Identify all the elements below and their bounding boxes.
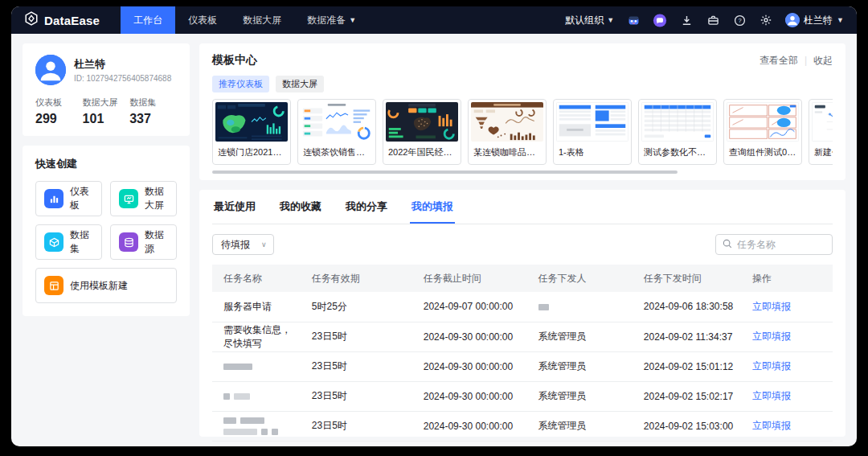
- dashboard-icon: [44, 189, 63, 208]
- settings-gear-icon[interactable]: [759, 13, 773, 27]
- template-card[interactable]: 某连锁咖啡品牌门店数...: [468, 99, 547, 165]
- col-actions: 操作: [746, 265, 833, 292]
- table-row: 23日5时 2024-09-30 00:00:00 系统管理员 2024-09-…: [212, 381, 833, 411]
- nav-item-dashboard[interactable]: 仪表板: [175, 6, 230, 34]
- search-icon: [723, 237, 732, 252]
- create-dashboard-button[interactable]: 仪表板: [35, 181, 102, 216]
- table-row: 23日5时 2024-09-30 00:00:00 系统管理员 2024-09-…: [212, 411, 833, 441]
- redacted-text: [212, 381, 305, 411]
- workspace-tabs: 最近使用 我的收藏 我的分享 我的填报: [212, 190, 833, 224]
- template-thumbnail: [554, 100, 631, 142]
- quick-create-card: 快速创建 仪表板 数据大屏: [23, 146, 190, 316]
- create-dataset-button[interactable]: 数据集: [35, 224, 102, 260]
- table-header-row: 任务名称 任务有效期 任务截止时间 任务下发人 任务下发时间 操作: [212, 265, 833, 292]
- col-validity: 任务有效期: [305, 265, 417, 292]
- template-thumbnail: [809, 100, 833, 142]
- template-thumbnail: [383, 100, 461, 142]
- divider: |: [805, 55, 807, 66]
- table-row: 需要收集信息，尽快填写 23日5时 2024-09-30 00:00:00 系统…: [212, 322, 833, 351]
- fill-now-link[interactable]: 立即填报: [752, 420, 791, 431]
- profile-avatar: [35, 55, 66, 85]
- template-card[interactable]: 连锁茶饮销售看板: [297, 99, 376, 165]
- fill-now-link[interactable]: 立即填报: [752, 301, 791, 312]
- content-area: 杜兰特 ID: 1027942756405874688 仪表板 299 数据大屏…: [11, 34, 857, 446]
- stat-datasets: 数据集 337: [129, 97, 177, 126]
- user-menu[interactable]: 杜兰特 ▼: [785, 13, 844, 27]
- svg-text:?: ?: [738, 17, 741, 24]
- status-filter-select[interactable]: 待填报 ∨: [212, 234, 274, 255]
- fill-now-link[interactable]: 立即填报: [752, 360, 791, 372]
- table-controls: 待填报 ∨: [212, 234, 833, 255]
- tab-recently-used[interactable]: 最近使用: [212, 190, 257, 224]
- table-row: 服务器申请 5时25分 2024-09-07 00:00:00 2024-09-…: [212, 292, 833, 322]
- template-card[interactable]: 1-表格: [553, 99, 632, 165]
- create-screen-button[interactable]: 数据大屏: [110, 181, 177, 216]
- template-center-card: 模板中心 查看全部 | 收起 推荐仪表板 数据大屏: [199, 43, 845, 180]
- pagination: 共 5 条 ‹ 1 › 10条/页 ∨ 跳转至 页: [212, 442, 833, 447]
- search-box[interactable]: [715, 234, 833, 255]
- chevron-down-icon: ▼: [607, 16, 614, 24]
- main-menu: 工作台 仪表板 数据大屏 数据准备▼: [121, 6, 369, 34]
- ai-assistant-icon[interactable]: [626, 13, 641, 27]
- template-card-list: 连锁门店2021年销售... 连锁茶饮销售看板 2022: [212, 99, 833, 165]
- sidebar: 杜兰特 ID: 1027942756405874688 仪表板 299 数据大屏…: [23, 43, 190, 437]
- stat-dashboards: 仪表板 299: [35, 97, 83, 126]
- nav-item-screen[interactable]: 数据大屏: [230, 6, 294, 34]
- screen-icon: [119, 189, 138, 208]
- brand-name: DataEase: [44, 14, 100, 27]
- chip-recommended-dashboards[interactable]: 推荐仪表板: [212, 76, 269, 92]
- col-task-name: 任务名称: [212, 265, 305, 292]
- template-card[interactable]: 新建仪表板: [809, 99, 833, 165]
- redacted-text: [212, 411, 305, 441]
- view-all-link[interactable]: 查看全部: [760, 54, 798, 68]
- profile-name: 杜兰特: [74, 57, 171, 72]
- org-selector[interactable]: 默认组织▼: [565, 14, 614, 27]
- collapse-link[interactable]: 收起: [813, 54, 833, 68]
- template-card[interactable]: 测试参数化不同源无法...: [638, 99, 717, 165]
- col-issue-time: 任务下发时间: [637, 265, 746, 292]
- create-from-template-button[interactable]: 使用模板新建: [35, 268, 177, 303]
- template-thumbnail: [298, 100, 375, 142]
- template-type-chips: 推荐仪表板 数据大屏: [212, 76, 833, 92]
- profile-stats: 仪表板 299 数据大屏 101 数据集 337: [35, 97, 177, 126]
- profile-id: ID: 1027942756405874688: [74, 74, 171, 83]
- create-datasource-button[interactable]: 数据源: [110, 224, 177, 260]
- scrollbar-thumb[interactable]: [212, 170, 678, 174]
- template-thumbnail: [469, 100, 546, 142]
- task-name: 需要收集信息，尽快填写: [212, 322, 305, 351]
- brand-logo[interactable]: DataEase: [11, 6, 121, 34]
- toolbox-icon[interactable]: [706, 13, 720, 27]
- app-window: DataEase 工作台 仪表板 数据大屏 数据准备▼ 默认组织▼ ?: [11, 6, 857, 446]
- main-column: 模板中心 查看全部 | 收起 推荐仪表板 数据大屏: [199, 43, 845, 437]
- stat-screens: 数据大屏 101: [83, 97, 130, 126]
- template-thumbnail: [213, 100, 290, 142]
- tab-my-favorites[interactable]: 我的收藏: [278, 190, 323, 224]
- tab-my-shares[interactable]: 我的分享: [344, 190, 389, 224]
- user-name: 杜兰特: [804, 14, 833, 27]
- search-input[interactable]: [737, 239, 825, 250]
- navbar-right: 默认组织▼ ? 杜兰特: [565, 6, 857, 34]
- database-icon: [119, 232, 138, 252]
- fill-now-link[interactable]: 立即填报: [752, 331, 791, 342]
- template-card[interactable]: 2022年国民经济统计...: [383, 99, 461, 165]
- redacted-text: [532, 292, 637, 322]
- download-icon[interactable]: [679, 13, 694, 27]
- template-card[interactable]: 连锁门店2021年销售...: [212, 99, 291, 165]
- nav-item-workbench[interactable]: 工作台: [121, 6, 175, 34]
- template-card[interactable]: 查询组件测试0228: [723, 99, 802, 165]
- tab-my-reports[interactable]: 我的填报: [410, 190, 455, 224]
- template-thumbnail: [724, 100, 801, 142]
- messages-icon[interactable]: [653, 13, 667, 27]
- profile-card: 杜兰特 ID: 1027942756405874688 仪表板 299 数据大屏…: [23, 43, 190, 136]
- chip-data-screens[interactable]: 数据大屏: [276, 76, 324, 92]
- nav-item-data-prep[interactable]: 数据准备▼: [294, 6, 369, 34]
- chevron-down-icon: ▼: [837, 16, 844, 24]
- horizontal-scrollbar[interactable]: [212, 170, 833, 174]
- fill-now-link[interactable]: 立即填报: [752, 390, 791, 401]
- template-thumbnail: [639, 100, 716, 142]
- dataset-cube-icon: [44, 232, 63, 252]
- workspace-card: 最近使用 我的收藏 我的分享 我的填报 待填报 ∨: [199, 190, 845, 437]
- top-navbar: DataEase 工作台 仪表板 数据大屏 数据准备▼ 默认组织▼ ?: [11, 6, 857, 34]
- redacted-text: [212, 351, 305, 381]
- help-icon[interactable]: ?: [732, 13, 747, 27]
